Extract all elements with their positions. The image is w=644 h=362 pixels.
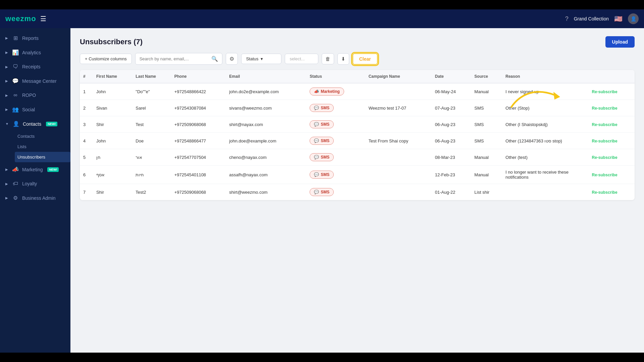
sidebar-sub-unsubscribers[interactable]: Unsubscribers	[15, 152, 70, 162]
sidebar-item-loyalty[interactable]: ▶ 🏷 Loyalty	[0, 177, 70, 191]
resubscribe-link[interactable]: Re-subscribe	[592, 173, 618, 177]
col-header-campaign: Campaign Name	[365, 70, 432, 83]
col-header-action	[589, 70, 635, 83]
cell-action[interactable]: Re-subscribe	[589, 149, 635, 166]
filter-button[interactable]: ⚙	[226, 53, 238, 65]
marketing-label: Marketing	[22, 167, 43, 172]
sidebar-item-message-center[interactable]: ▶ 💬 Message Center	[0, 74, 70, 88]
status-badge: 📣 Marketing	[310, 87, 344, 96]
cell-last-name: Test2	[132, 184, 171, 200]
sidebar: ▶ ⊞ Reports ▶ 📊 Analytics ▶ 🗨 Receipts ▶…	[0, 28, 70, 353]
sidebar-sub-lists[interactable]: Lists	[15, 141, 70, 152]
cell-date: 08-Mar-23	[432, 149, 471, 166]
cell-status: 💬 SMS	[306, 166, 365, 184]
help-icon[interactable]: ?	[565, 15, 569, 22]
cell-phone: +972548866422	[171, 83, 226, 100]
cell-status: 💬 SMS	[306, 184, 365, 200]
resubscribe-link[interactable]: Re-subscribe	[592, 190, 618, 195]
sidebar-item-business-admin[interactable]: ▶ ⚙ Business Admin	[0, 191, 70, 205]
cell-status: 💬 SMS	[306, 133, 365, 149]
status-icon: 💬	[314, 122, 319, 127]
cell-date: 06-Aug-23	[432, 116, 471, 133]
upload-button[interactable]: Upload	[605, 36, 635, 48]
cell-email: john.do2e@example.com	[226, 83, 306, 100]
source-select[interactable]: select...	[285, 54, 318, 64]
table-row: 4 John Doe +972548866477 john.doe@exampl…	[80, 133, 635, 149]
cell-status: 💬 SMS	[306, 149, 365, 166]
cell-action[interactable]: Re-subscribe	[589, 133, 635, 149]
cell-campaign: Weezmo test 17-07	[365, 100, 432, 116]
ropo-label: ROPO	[22, 93, 36, 98]
status-select[interactable]: Status ▾	[241, 54, 281, 64]
customize-columns-button[interactable]: + Customize columns	[80, 54, 132, 64]
receipts-label: Receipts	[22, 64, 40, 69]
status-badge: 💬 SMS	[310, 137, 334, 145]
contacts-icon: 👤	[13, 121, 19, 127]
cell-email: shirt@nayax.com	[226, 116, 306, 133]
cell-source: Manual	[471, 166, 502, 184]
loyalty-arrow: ▶	[5, 182, 8, 186]
sidebar-sub-contacts[interactable]: Contacts	[15, 131, 70, 141]
cell-num: 1	[80, 83, 93, 100]
sidebar-item-social[interactable]: ▶ 👥 Social	[0, 102, 70, 117]
hamburger-menu[interactable]: ☰	[40, 15, 46, 23]
cell-action[interactable]: Re-subscribe	[589, 100, 635, 116]
sidebar-item-marketing[interactable]: ▶ 📣 Marketing NEW!	[0, 162, 70, 177]
resubscribe-link[interactable]: Re-subscribe	[592, 122, 618, 127]
resubscribe-link[interactable]: Re-subscribe	[592, 106, 618, 111]
cell-status: 📣 Marketing	[306, 83, 365, 100]
cell-num: 6	[80, 166, 93, 184]
status-chevron-icon: ▾	[261, 56, 263, 61]
sidebar-item-analytics[interactable]: ▶ 📊 Analytics	[0, 45, 70, 60]
user-avatar[interactable]: 👤	[628, 13, 639, 24]
cell-phone: +972509068068	[171, 184, 226, 200]
cell-action[interactable]: Re-subscribe	[589, 166, 635, 184]
social-icon: 👥	[12, 106, 19, 113]
cell-date: 06-May-24	[432, 83, 471, 100]
message-center-arrow: ▶	[5, 79, 8, 83]
sidebar-item-contacts[interactable]: ▼ 👤 Contacts NEW!	[0, 117, 70, 131]
cell-action[interactable]: Re-subscribe	[589, 83, 635, 100]
cell-source: Manual	[471, 149, 502, 166]
cell-first-name: Shir	[93, 116, 132, 133]
status-badge: 💬 SMS	[310, 171, 334, 179]
language-flag[interactable]: 🇺🇸	[614, 15, 623, 23]
cell-source: SMS	[471, 133, 502, 149]
clear-button[interactable]: Clear	[353, 53, 378, 65]
org-name: Grand Collection	[574, 16, 609, 21]
col-header-num: #	[80, 70, 93, 83]
cell-action[interactable]: Re-subscribe	[589, 184, 635, 200]
cell-email: john.doe@example.com	[226, 133, 306, 149]
status-badge: 💬 SMS	[310, 120, 334, 128]
business-admin-arrow: ▶	[5, 196, 8, 200]
sidebar-item-ropo[interactable]: ▶ ∞ ROPO	[0, 88, 70, 102]
cell-date: 06-Aug-23	[432, 133, 471, 149]
cell-email: cheno@nayax.com	[226, 149, 306, 166]
resubscribe-link[interactable]: Re-subscribe	[592, 89, 618, 94]
sidebar-item-reports[interactable]: ▶ ⊞ Reports	[0, 31, 70, 45]
loyalty-icon: 🏷	[12, 181, 19, 187]
status-icon: 💬	[314, 155, 319, 160]
status-icon: 💬	[314, 138, 319, 143]
cell-source: List shir	[471, 184, 502, 200]
table-row: 7 Shir Test2 +972509068068 shirt@weezmo.…	[80, 184, 635, 200]
cell-last-name: "Do""e"	[132, 83, 171, 100]
cell-phone: +972543087084	[171, 100, 226, 116]
resubscribe-link[interactable]: Re-subscribe	[592, 139, 618, 143]
export-button[interactable]: ⬇	[337, 53, 349, 65]
contacts-arrow: ▼	[5, 122, 9, 126]
toolbar: + Customize columns 🔍 ⚙ Status ▾ select.…	[80, 53, 635, 65]
sidebar-item-receipts[interactable]: ▶ 🗨 Receipts	[0, 60, 70, 74]
cell-action[interactable]: Re-subscribe	[589, 116, 635, 133]
search-box[interactable]: 🔍	[135, 53, 222, 65]
resubscribe-link[interactable]: Re-subscribe	[592, 155, 618, 160]
marketing-icon: 📣	[12, 166, 19, 173]
cell-reason: Other (Stop)	[502, 100, 589, 116]
search-input[interactable]	[140, 56, 209, 61]
business-admin-icon: ⚙	[12, 195, 19, 201]
black-bar-top	[0, 0, 644, 9]
cell-date: 01-Aug-22	[432, 184, 471, 200]
delete-button[interactable]: 🗑	[322, 53, 334, 64]
cell-source: SMS	[471, 100, 502, 116]
table-row: 3 Shir Test +972509068068 shirt@nayax.co…	[80, 116, 635, 133]
